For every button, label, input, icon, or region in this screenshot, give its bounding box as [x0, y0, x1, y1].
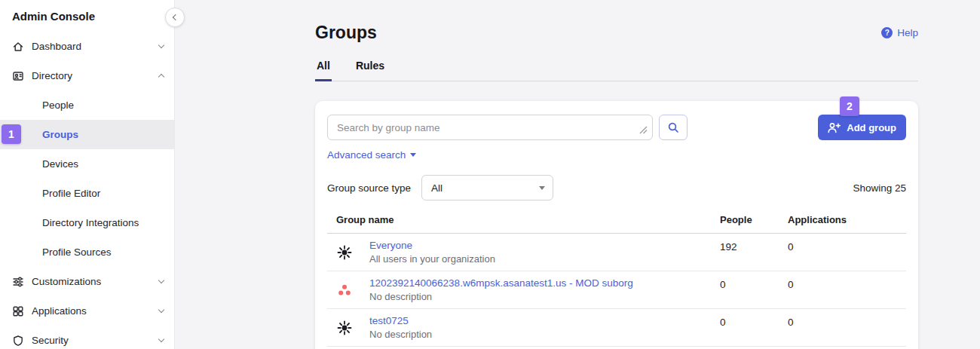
help-link[interactable]: ? Help — [881, 27, 918, 38]
col-applications: Applications — [788, 214, 906, 225]
home-icon — [12, 41, 24, 53]
sidebar-nav: Dashboard Directory People Groups Device… — [0, 32, 174, 349]
sidebar-item-groups[interactable]: Groups — [0, 120, 174, 149]
main-content: Groups ? Help All Rules — [175, 0, 980, 349]
applications-count: 0 — [788, 315, 906, 328]
sidebar-item-devices[interactable]: Devices — [0, 149, 174, 179]
help-label: Help — [897, 27, 918, 38]
directory-icon — [12, 70, 24, 82]
sidebar: Admin Console Dashboard Directory People — [0, 0, 175, 349]
chevron-down-icon — [158, 336, 164, 342]
group-description: No description — [369, 329, 432, 340]
search-row: Add group — [327, 115, 906, 140]
col-group-name: Group name — [336, 214, 720, 225]
group-name-link[interactable]: Everyone — [369, 240, 495, 251]
sidebar-item-applications[interactable]: Applications — [0, 296, 174, 326]
sidebar-item-label: Applications — [32, 305, 152, 317]
sidebar-item-label: Directory — [32, 70, 152, 81]
sidebar-collapse-button[interactable] — [165, 8, 185, 27]
sidebar-item-label: People — [42, 99, 164, 111]
add-user-icon — [828, 122, 841, 133]
tab-all[interactable]: All — [315, 60, 332, 81]
chevron-up-icon — [158, 74, 164, 80]
apps-grid-icon — [12, 305, 24, 317]
sidebar-item-directory-integrations[interactable]: Directory Integrations — [0, 208, 174, 237]
chevron-down-icon — [158, 307, 164, 313]
people-count: 0 — [720, 277, 788, 290]
group-description: All users in your organization — [369, 253, 495, 265]
sliders-icon — [12, 276, 24, 288]
group-name-link[interactable]: test0725 — [369, 315, 432, 326]
group-source-type-dropdown[interactable]: All — [421, 175, 553, 201]
sidebar-item-profile-sources[interactable]: Profile Sources — [0, 237, 174, 267]
table-header: Group name People Applications — [327, 214, 906, 234]
groups-card: Add group Advanced search Group source t… — [315, 101, 918, 349]
app-title: Admin Console — [0, 0, 174, 30]
sidebar-item-label: Groups — [42, 129, 164, 140]
annotation-badge-1: 1 — [2, 124, 21, 144]
dropdown-value: All — [431, 182, 443, 194]
table-row: 1202392140066238.w6mpsk.asanatest1.us - … — [327, 271, 906, 309]
applications-count: 0 — [788, 240, 906, 253]
sidebar-item-dashboard[interactable]: Dashboard — [0, 32, 174, 61]
sidebar-item-profile-editor[interactable]: Profile Editor — [0, 179, 174, 208]
sidebar-item-directory[interactable]: Directory — [0, 61, 174, 90]
applications-count: 0 — [788, 277, 906, 290]
showing-count: Showing 25 — [853, 182, 906, 194]
sidebar-item-people[interactable]: People — [0, 90, 174, 120]
people-count: 192 — [720, 240, 788, 253]
tabs: All Rules — [315, 60, 918, 81]
caret-down-icon — [539, 186, 545, 190]
annotation-badge-2: 2 — [840, 96, 859, 116]
tab-rules[interactable]: Rules — [354, 60, 386, 81]
group-description: No description — [369, 291, 633, 302]
shield-icon — [12, 335, 24, 347]
help-icon: ? — [881, 27, 893, 38]
table-row: test0725 No description 0 0 — [327, 309, 906, 347]
advanced-search-link[interactable]: Advanced search — [327, 149, 416, 161]
sidebar-item-label: Directory Integrations — [42, 217, 164, 228]
people-count: 0 — [720, 315, 788, 328]
add-group-label: Add group — [847, 122, 896, 133]
sidebar-item-label: Dashboard — [32, 41, 152, 52]
advanced-search-label: Advanced search — [327, 149, 406, 161]
groups-table: Group name People Applications Everyone — [327, 214, 906, 349]
sidebar-item-label: Profile Editor — [42, 188, 164, 199]
group-gear-icon — [336, 320, 353, 335]
resize-handle-icon — [639, 126, 648, 134]
page-title: Groups — [315, 23, 377, 43]
chevron-down-icon — [158, 42, 164, 48]
sidebar-item-customizations[interactable]: Customizations — [0, 267, 174, 296]
caret-down-icon — [410, 153, 416, 157]
sidebar-item-label: Security — [32, 335, 152, 346]
sidebar-item-label: Customizations — [32, 276, 152, 287]
add-group-button[interactable]: Add group — [818, 115, 906, 140]
chevron-left-icon — [173, 14, 179, 20]
table-row: Everyone All users in your organization … — [327, 234, 906, 271]
sidebar-item-security[interactable]: Security — [0, 326, 174, 349]
filter-row: Group source type All Showing 25 — [327, 175, 906, 201]
search-icon — [667, 121, 679, 133]
page-header: Groups ? Help — [315, 23, 918, 43]
sidebar-item-label: Devices — [42, 158, 164, 170]
chevron-down-icon — [158, 277, 164, 283]
group-source-type-label: Group source type — [327, 182, 411, 194]
search-input[interactable] — [327, 115, 653, 140]
group-name-link[interactable]: 1202392140066238.w6mpsk.asanatest1.us - … — [369, 277, 633, 289]
sidebar-item-label: Profile Sources — [42, 246, 164, 258]
asana-group-icon — [336, 283, 353, 298]
search-button[interactable] — [659, 115, 688, 140]
group-gear-icon — [336, 245, 353, 260]
search-box — [327, 115, 653, 140]
col-people: People — [720, 214, 788, 225]
admin-console-app: Admin Console Dashboard Directory People — [0, 0, 980, 349]
